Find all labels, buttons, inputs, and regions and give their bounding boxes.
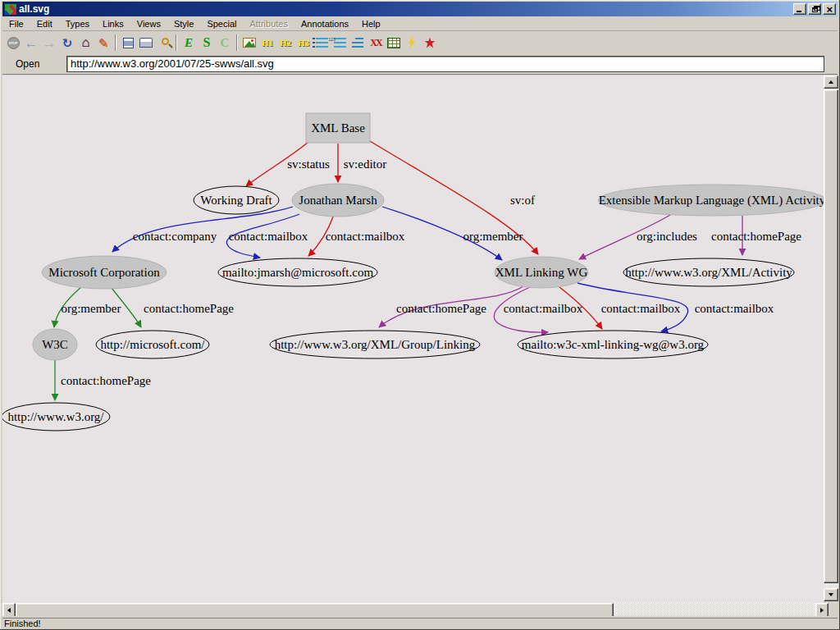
node-label: http://www.w3.org/ [7,410,104,423]
node-url-group-linking[interactable]: http://www.w3.org/XML/Group/Linking [270,331,480,358]
menu-style[interactable]: Style [167,17,200,30]
status-text: Finished! [4,619,41,628]
window-controls [793,3,836,15]
reload-icon: ↻ [62,37,73,49]
node-label: Jonathan Marsh [299,194,377,207]
code-button[interactable]: C [216,34,234,52]
open-label: Open [16,58,66,70]
numbered-list-button[interactable] [331,34,349,52]
reload-button[interactable]: ↻ [58,34,76,52]
annotation-button[interactable] [421,34,439,52]
node-label: Microsoft Corporation [48,266,160,279]
stop-icon: STOP [7,37,20,49]
toolbar: STOP←→↻⌂✎ESCH1H2H3XX [2,32,838,53]
status-bar: Finished! [2,618,838,628]
node-url-w3org[interactable]: http://www.w3.org/ [2,403,110,431]
node-working-draft[interactable]: Working Draft [194,186,279,214]
link-button[interactable] [403,34,421,52]
node-jonathan-marsh[interactable]: Jonathan Marsh [292,184,384,217]
menu-bar: FileEditTypesLinksViewsStyleSpecialAttri… [2,16,838,31]
image-button[interactable] [240,34,258,52]
h3-button[interactable]: H3 [294,34,313,52]
emphasis-icon: E [185,36,193,50]
node-label: Extensible Markup Language (XML) Activit… [599,194,824,208]
left-arrow-icon [7,608,11,613]
emphasis-button[interactable]: E [180,34,198,52]
address-bar: Open [2,53,838,75]
scroll-right-button[interactable] [815,603,829,618]
horizontal-scrollbar[interactable] [2,603,829,618]
definition-list-button[interactable]: XX [367,34,385,52]
right-arrow-icon [820,608,824,613]
node-label: W3C [42,338,68,351]
node-xml-base[interactable]: XML Base [306,113,370,143]
title-bar: all.svg [2,2,838,16]
vertical-scrollbar[interactable] [824,75,838,601]
h2-button[interactable]: H2 [276,34,294,52]
edit-mode-icon: ✎ [98,37,109,49]
restore-icon [812,7,818,12]
edge-label: contact:mailbox [326,230,405,243]
menu-types[interactable]: Types [59,17,96,30]
node-label: XML Base [311,121,365,135]
annotation-icon [424,37,436,48]
node-microsoft-corporation[interactable]: Microsoft Corporation [42,256,167,289]
find-icon [162,38,169,45]
menu-help[interactable]: Help [355,17,387,30]
url-input[interactable] [66,56,824,72]
h1-button[interactable]: H1 [258,34,276,52]
edge-label: org:includes [637,230,697,243]
node-w3c[interactable]: W3C [33,329,77,360]
menu-annotations[interactable]: Annotations [294,17,355,30]
bullet-list-button[interactable] [313,34,331,52]
rdf-graph: sv:statussv:editorsv:ofcontact:mailboxco… [2,75,824,603]
edge-label: contact:homePage [711,230,801,243]
scroll-left-button[interactable] [2,603,16,618]
node-url-xml-activity[interactable]: http://www.w3.org/XML/Activity [623,258,794,286]
save-icon [123,38,134,48]
document-view: sv:statussv:editorsv:ofcontact:mailboxco… [2,75,824,603]
h1-icon: H1 [262,38,273,48]
menu-edit[interactable]: Edit [30,17,59,30]
scrollbar-corner [829,603,838,618]
node-url-microsoft[interactable]: http://microsoft.com/ [96,331,209,358]
menu-special[interactable]: Special [200,17,243,30]
menu-links[interactable]: Links [96,17,130,30]
minimize-button[interactable] [793,3,806,15]
home-button[interactable]: ⌂ [76,34,94,52]
menu-file[interactable]: File [2,17,30,30]
vertical-scroll-thumb[interactable] [824,89,838,583]
code-icon: C [221,36,230,50]
strong-button[interactable]: S [198,34,216,52]
edge-label: contact:homePage [396,302,486,315]
node-mailto-wg[interactable]: mailto:w3c-xml-linking-wg@w3.org [518,331,708,358]
save-button[interactable] [119,34,137,52]
menu-views[interactable]: Views [130,17,167,30]
horizontal-scroll-thumb[interactable] [16,603,614,618]
up-arrow-icon [829,80,833,84]
close-button[interactable] [823,3,836,15]
node-mailto-jmarsh[interactable]: mailto:jmarsh@microsoft.com [218,258,377,286]
node-xml-activity[interactable]: Extensible Markup Language (XML) Activit… [598,185,824,216]
restore-button[interactable] [808,3,821,15]
back-button[interactable]: ← [22,34,40,52]
link-icon [408,36,417,49]
scroll-up-button[interactable] [824,75,838,89]
edge-label: contact:homePage [144,302,234,315]
find-button[interactable] [155,34,173,52]
node-label: http://www.w3.org/XML/Group/Linking [275,338,476,351]
edge-label: sv:status [287,158,330,171]
node-label: mailto:w3c-xml-linking-wg@w3.org [522,338,705,351]
print-icon [139,38,153,48]
print-button[interactable] [137,34,155,52]
numbered-list-icon [334,38,346,48]
scroll-down-button[interactable] [824,588,838,601]
node-xml-linking-wg[interactable]: XML Linking WG [495,257,588,288]
edit-mode-button[interactable]: ✎ [94,34,112,52]
table-button[interactable] [385,34,403,52]
menu-attributes: Attributes [243,17,294,30]
edge-label: contact:mailbox [601,302,681,315]
indent-list-icon [352,38,363,48]
forward-button: → [40,34,58,52]
indent-list-button[interactable] [349,34,367,52]
